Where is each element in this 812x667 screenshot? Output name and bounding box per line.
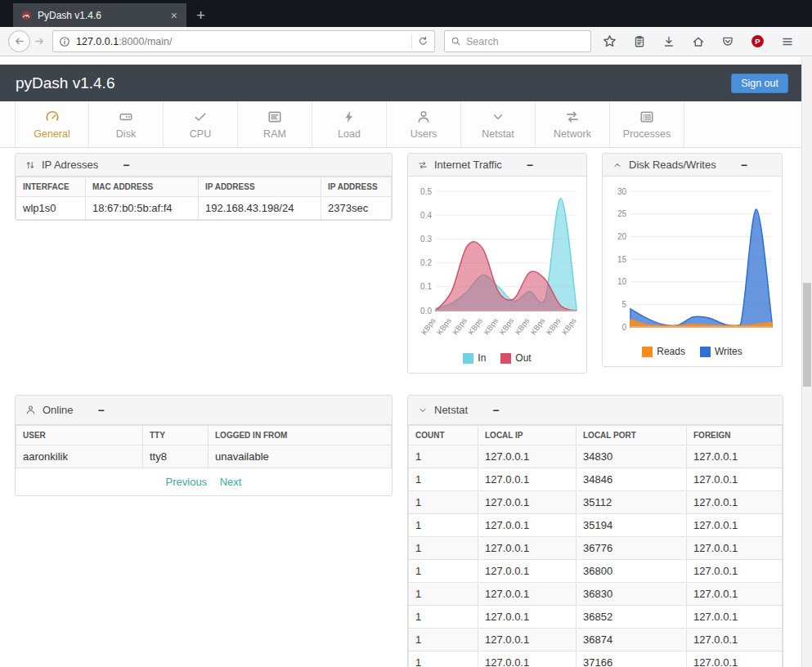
collapse-button[interactable]: − xyxy=(123,159,129,171)
column-header: USER xyxy=(16,426,143,445)
previous-link[interactable]: Previous xyxy=(166,476,208,488)
traffic-chart-body: 0.00.10.20.30.40.5KBpsKBpsKBpsKBpsKBpsKB… xyxy=(408,177,586,373)
sign-out-button[interactable]: Sign out xyxy=(731,74,788,93)
disk-legend: Reads Writes xyxy=(609,342,775,360)
legend-swatch-reads xyxy=(642,347,653,357)
table-row: 1127.0.0.135112127.0.0.1 xyxy=(409,491,783,514)
table-cell: 36800 xyxy=(576,560,687,583)
svg-text:KBps: KBps xyxy=(513,316,531,337)
downloads-icon[interactable] xyxy=(662,35,675,48)
table-cell: 1 xyxy=(409,583,478,606)
table-cell: aaronkilik xyxy=(16,445,143,468)
table-row: 1127.0.0.136776127.0.0.1 xyxy=(409,537,783,560)
scrollbar-thumb[interactable] xyxy=(803,283,811,387)
svg-text:25: 25 xyxy=(617,209,627,218)
table-cell: 1 xyxy=(409,606,478,629)
table-cell: 34830 xyxy=(576,445,687,468)
nav-item-general[interactable]: General xyxy=(15,101,89,147)
panel-heading: IP Adresses − xyxy=(16,154,392,177)
svg-text:KBps: KBps xyxy=(482,316,500,337)
sort-arrows-icon xyxy=(25,160,35,170)
table-cell: 36852 xyxy=(576,606,687,629)
nav-item-netstat[interactable]: Netstat xyxy=(461,101,536,147)
pagination: Previous Next xyxy=(16,468,392,495)
svg-text:KBps: KBps xyxy=(451,316,469,337)
page-viewport: pyDash v1.4.6 Sign out General Disk CPU … xyxy=(0,57,801,667)
tab-title: PyDash v1.4.6 xyxy=(38,10,169,21)
search-placeholder: Search xyxy=(466,36,499,47)
nav-item-users[interactable]: Users xyxy=(387,101,461,147)
forward-button[interactable] xyxy=(34,35,46,47)
app-toolbar: General Disk CPU RAM Load Users xyxy=(0,101,801,148)
nav-item-load[interactable]: Load xyxy=(312,101,387,147)
next-link[interactable]: Next xyxy=(220,476,242,488)
nav-item-cpu[interactable]: CPU xyxy=(164,101,238,147)
browser-window: PyDash v1.4.6 × + 127.0.0.1 :8000/main/ xyxy=(0,0,812,56)
table-row: 1127.0.0.136874127.0.0.1 xyxy=(409,629,783,651)
table-cell: 1 xyxy=(409,651,478,667)
column-header: TTY xyxy=(143,426,209,445)
nav-item-label: General xyxy=(34,128,70,140)
table-cell: 127.0.0.1 xyxy=(687,560,783,583)
table-cell: 127.0.0.1 xyxy=(687,468,783,491)
column-header: FOREIGN xyxy=(687,426,783,445)
nav-item-label: CPU xyxy=(190,128,211,140)
nav-item-processes[interactable]: Processes xyxy=(610,101,684,147)
netstat-table: COUNTLOCAL IPLOCAL PORTFOREIGN 1127.0.0.… xyxy=(408,425,783,667)
url-bar[interactable]: 127.0.0.1 :8000/main/ xyxy=(52,30,435,52)
table-header-row: INTERFACEMAC ADDRESSIP ADDRESSIP ADDRESS xyxy=(16,177,392,197)
column-header: IP ADDRESS xyxy=(321,177,392,197)
table-cell: 127.0.0.1 xyxy=(478,629,576,651)
column-header: LOCAL PORT xyxy=(576,426,687,445)
pocket-icon[interactable] xyxy=(721,35,734,48)
panel-heading: Disk Reads/Writes − xyxy=(603,154,782,177)
tab-close-icon[interactable]: × xyxy=(169,9,179,22)
reload-icon[interactable] xyxy=(411,34,428,49)
panel-title: Online xyxy=(43,404,74,416)
page-title: pyDash v1.4.6 xyxy=(16,74,114,92)
nav-item-ram[interactable]: RAM xyxy=(238,101,312,147)
collapse-button[interactable]: − xyxy=(492,405,499,416)
svg-text:30: 30 xyxy=(617,187,627,196)
table-cell: 36776 xyxy=(576,537,687,560)
site-info-icon[interactable] xyxy=(59,36,70,47)
collapse-button[interactable]: − xyxy=(98,405,105,416)
table-row: 1127.0.0.136830127.0.0.1 xyxy=(409,583,783,606)
svg-text:10: 10 xyxy=(617,277,627,286)
panel-title: Netstat xyxy=(434,404,468,416)
pinterest-icon[interactable]: P xyxy=(751,34,765,48)
nav-item-network[interactable]: Network xyxy=(536,101,610,147)
table-cell: 35112 xyxy=(576,491,687,514)
collapse-button[interactable]: − xyxy=(741,159,747,171)
svg-text:5: 5 xyxy=(621,300,626,309)
home-icon[interactable] xyxy=(692,35,705,48)
table-header-row: COUNTLOCAL IPLOCAL PORTFOREIGN xyxy=(409,426,783,445)
bookmark-star-icon[interactable] xyxy=(603,34,617,48)
table-cell: 192.168.43.198/24 xyxy=(199,197,321,220)
back-button[interactable] xyxy=(8,30,30,52)
search-input[interactable]: Search xyxy=(444,30,591,52)
panel-title: Disk Reads/Writes xyxy=(629,159,716,171)
svg-text:KBps: KBps xyxy=(544,316,562,337)
svg-text:0.3: 0.3 xyxy=(420,235,432,244)
legend-label: Out xyxy=(515,352,531,364)
panel-heading: Online − xyxy=(16,396,392,425)
bookmarks-menu-icon[interactable] xyxy=(633,35,646,48)
table-cell: 18:67:b0:5b:af:f4 xyxy=(86,197,199,220)
traffic-chart: 0.00.10.20.30.40.5KBpsKBpsKBpsKBpsKBpsKB… xyxy=(415,183,581,345)
collapse-button[interactable]: − xyxy=(527,159,533,171)
table-cell: 127.0.0.1 xyxy=(478,468,576,491)
svg-text:P: P xyxy=(755,37,760,46)
nav-item-disk[interactable]: Disk xyxy=(89,101,164,147)
nav-item-label: Netstat xyxy=(482,128,514,140)
browser-tab[interactable]: PyDash v1.4.6 × xyxy=(13,3,186,27)
table-cell: 36874 xyxy=(576,629,687,651)
menu-icon[interactable] xyxy=(781,35,794,48)
table-cell: 1 xyxy=(409,468,478,491)
table-cell: 1 xyxy=(409,537,478,560)
new-tab-button[interactable]: + xyxy=(196,7,205,23)
legend-label: Writes xyxy=(715,346,742,357)
table-cell: 127.0.0.1 xyxy=(687,651,783,667)
table-cell: 127.0.0.1 xyxy=(478,583,576,606)
scrollbar-track[interactable] xyxy=(801,57,812,667)
